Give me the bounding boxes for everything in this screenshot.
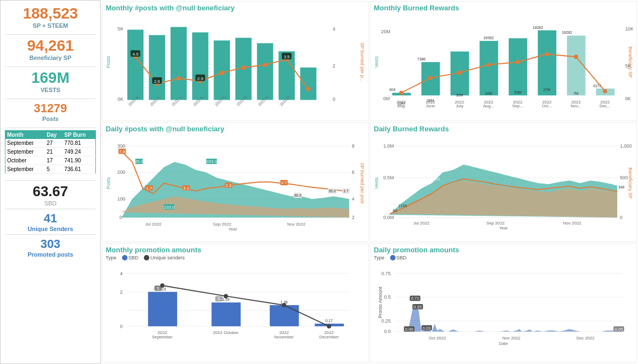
svg-text:June: June [426,104,435,108]
col-day: Day [45,131,63,139]
beneficiary-sp-block: 94,261 Beneficiary SP [5,37,96,61]
svg-text:May: May [397,104,405,108]
svg-point-67 [487,63,491,67]
svg-text:Jul 2022: Jul 2022 [414,221,429,226]
posts-label: Posts [5,116,96,122]
svg-rect-176 [270,305,299,326]
svg-text:Beneficiary SP: Beneficiary SP [628,167,633,198]
svg-text:Oct...: Oct... [542,104,552,108]
svg-text:0.75: 0.75 [381,271,391,276]
svg-text:8: 8 [352,143,355,149]
daily-burned-chart: Daily Burned Rewards Vests Beneficiary S… [370,122,637,242]
svg-text:Date: Date [499,341,508,346]
svg-text:3.7: 3.7 [343,189,349,193]
svg-text:0: 0 [120,324,123,329]
svg-text:Beneficiary SP: Beneficiary SP [628,46,633,77]
svg-text:621K: 621K [605,179,613,183]
vests-value: 169M [5,69,96,87]
svg-text:80.0: 80.0 [294,193,301,197]
left-panel: 188,523 SP + STEEM 94,261 Beneficiary SP… [0,0,101,364]
svg-text:2.9: 2.9 [197,76,204,81]
svg-text:2: 2 [352,215,355,220]
svg-text:4.7: 4.7 [281,180,287,185]
svg-point-70 [574,54,578,59]
svg-text:284: 284 [503,171,509,174]
svg-text:Sep...: Sep... [512,104,523,108]
svg-text:7M: 7M [573,92,579,95]
svg-text:20M: 20M [381,29,391,34]
svg-rect-4 [171,27,187,100]
svg-point-19 [263,63,268,67]
svg-text:404: 404 [389,88,396,92]
svg-point-68 [515,60,520,64]
svg-text:Dec...: Dec... [599,104,610,108]
svg-text:2.1: 2.1 [183,186,189,191]
svg-point-189 [327,324,331,329]
bottom-stats: 63.67 SBD 41 Unique Senders 303 Promoted… [5,177,96,258]
svg-text:4: 4 [333,26,336,32]
svg-text:0: 0 [620,215,623,220]
sp-steem-value: 188,523 [5,5,96,22]
svg-text:1378K: 1378K [461,159,472,162]
svg-text:0M: 0M [383,96,390,101]
svg-text:308: 308 [487,167,494,171]
svg-text:November: November [274,335,294,339]
svg-rect-47 [509,38,527,95]
svg-rect-2 [127,29,144,100]
svg-text:December: December [319,335,339,339]
svg-text:771: 771 [521,175,528,179]
svg-text:Oct 2022: Oct 2022 [429,336,446,341]
svg-text:SP burned per p...: SP burned per p... [360,43,365,82]
svg-text:621: 621 [434,177,441,181]
svg-text:5: 5 [157,286,159,291]
svg-text:0.25: 0.25 [414,305,422,310]
daily-promo-title: Daily promotion amounts [374,246,633,254]
svg-text:0.5M: 0.5M [383,175,393,180]
svg-text:Nov 2022: Nov 2022 [502,336,520,341]
promoted-value: 303 [5,237,96,251]
svg-text:5K: 5K [118,26,124,32]
svg-text:1110K: 1110K [445,165,456,169]
svg-text:Promo Amount: Promo Amount [378,287,383,318]
svg-rect-48 [538,31,556,95]
svg-text:Nov...: Nov... [570,104,581,108]
svg-text:5K: 5K [625,63,631,69]
col-spburn: SP Burn [63,131,96,139]
svg-text:30M: 30M [456,93,464,97]
table-row: September27770.81 [5,139,96,148]
svg-text:Sep 2022: Sep 2022 [213,222,231,227]
svg-text:Aug...: Aug... [483,104,494,108]
svg-point-21 [306,87,311,92]
svg-rect-8 [257,43,274,100]
svg-text:6: 6 [352,169,355,175]
svg-text:500: 500 [620,175,628,180]
daily-posts-title: Daily #posts with @null beneficiary [106,125,365,133]
svg-text:33M: 33M [514,90,522,94]
svg-point-66 [457,70,461,75]
svg-rect-175 [211,302,240,326]
charts-area: Monthly #posts with @null beneficiary Po… [101,0,638,364]
svg-text:100: 100 [117,196,125,202]
svg-text:Posts: Posts [106,177,111,189]
legend-sbd: SBD [122,255,139,260]
sp-steem-label: SP + STEEM [5,22,96,29]
beneficiary-sp-value: 94,261 [5,37,96,54]
daily-posts-chart: Daily #posts with @null beneficiary Post… [102,122,369,242]
svg-text:2: 2 [120,289,123,295]
svg-text:0K: 0K [118,96,124,102]
monthly-burned-title: Monthly Burned Rewards [374,4,633,12]
svg-text:7.8: 7.8 [119,149,125,154]
posts-block: 31279 Posts [5,101,96,122]
svg-text:0.17: 0.17 [325,319,332,323]
sp-steem-block: 188,523 SP + STEEM [5,5,96,29]
svg-point-71 [603,89,607,93]
svg-text:0.5: 0.5 [384,294,391,300]
svg-text:263.0: 263.0 [206,159,217,164]
svg-text:4: 4 [352,196,355,202]
svg-text:1.7: 1.7 [146,186,152,191]
svg-text:27M: 27M [543,88,551,92]
svg-text:0.71: 0.71 [411,296,419,301]
svg-text:10K: 10K [625,26,633,32]
monthly-posts-title: Monthly #posts with @null beneficiary [106,4,365,12]
svg-text:Dec 2022: Dec 2022 [576,336,594,341]
